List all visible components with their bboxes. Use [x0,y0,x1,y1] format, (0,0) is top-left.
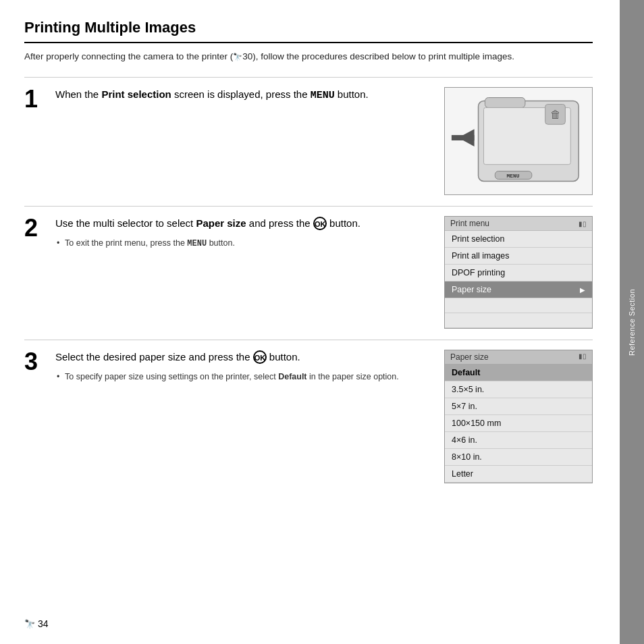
print-menu-item-0: Print selection [445,231,592,248]
step-2-text: Use the multi selector to select Paper s… [55,216,431,232]
step-3-number: 3 [24,350,46,374]
binoculars-ref: 🔭 [24,619,35,629]
page-number: 🔭 34 [24,618,49,629]
side-tab-label: Reference Section [628,289,636,356]
battery-icon: ▮▯ [579,220,587,227]
print-menu-item-3-selected: Paper size [445,281,592,298]
paper-size-5x7: 5×7 in. [445,398,592,415]
svg-rect-8 [452,135,475,140]
paper-size-35x5: 3.5×5 in. [445,381,592,398]
step-2-content: Use the multi selector to select Paper s… [55,216,437,250]
page-title: Printing Multiple Images [24,19,593,43]
step-2-number: 2 [24,216,46,240]
paper-size-8x10: 8×10 in. [445,449,592,466]
step-1-section: 1 When the Print selection screen is dis… [24,77,593,195]
page-footer: 🔭 34 [24,618,593,629]
paper-size-default: Default [445,365,592,381]
step-3-section: 3 Select the desired paper size and pres… [24,340,593,483]
svg-text:MENU: MENU [507,173,520,179]
print-menu-title: Print menu ▮▯ [445,217,592,231]
step-1-image: MENU 🗑 [444,87,593,195]
main-content: Printing Multiple Images After properly … [0,0,620,644]
step-2-section: 2 Use the multi selector to select Paper… [24,206,593,329]
paper-size-4x6: 4×6 in. [445,432,592,449]
side-tab: Reference Section [620,0,644,644]
print-menu-item-2: DPOF printing [445,265,592,281]
step-1-content: When the Print selection screen is displ… [55,87,437,109]
print-menu-empty-1 [445,298,592,313]
svg-rect-1 [485,98,525,108]
step-1-number: 1 [24,87,46,111]
print-menu-screen: Print menu ▮▯ Print selection Print all … [444,216,593,329]
paper-size-screen: Paper size ▮▯ Default 3.5×5 in. 5×7 in. … [444,350,593,483]
step-3-sub: To specify paper size using settings on … [65,371,431,383]
step-2-image: Print menu ▮▯ Print selection Print all … [444,216,593,329]
paper-size-letter: Letter [445,466,592,483]
step-2-sub: To exit the print menu, press the MENU b… [65,237,431,250]
camera-illustration: MENU 🗑 [444,87,593,195]
camera-svg: MENU 🗑 [445,87,592,195]
print-menu-item-1: Print all images [445,248,592,265]
step-1-text: When the Print selection screen is displ… [55,87,431,104]
paper-size-title: Paper size ▮▯ [445,350,592,365]
svg-text:🗑: 🗑 [550,109,561,121]
print-menu-empty-2 [445,313,592,328]
page-container: Printing Multiple Images After properly … [0,0,644,644]
battery-icon-2: ▮▯ [579,352,587,362]
step-3-text: Select the desired paper size and press … [55,350,431,365]
step-3-content: Select the desired paper size and press … [55,350,437,383]
paper-size-100x150: 100×150 mm [445,415,592,432]
step-3-image: Paper size ▮▯ Default 3.5×5 in. 5×7 in. … [444,350,593,483]
intro-text: After properly connecting the camera to … [24,50,593,63]
